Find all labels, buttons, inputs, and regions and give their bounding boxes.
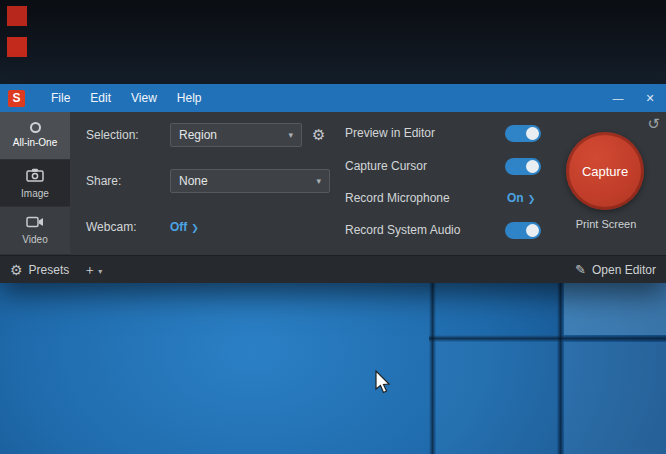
chevron-right-icon: ❯ [191,223,199,233]
capture-hotkey-label: Print Screen [556,218,656,230]
open-editor-button[interactable]: Open Editor [592,263,656,277]
share-dropdown[interactable]: None ▾ [170,169,330,193]
record-microphone-label: Record Microphone [345,191,450,205]
caret-down-icon: ▾ [316,176,321,186]
add-preset-button[interactable]: ＋▾ [83,261,102,279]
minimize-button[interactable]: — [602,84,634,112]
tab-image[interactable]: Image [0,160,70,208]
caret-down-icon: ▾ [288,130,293,140]
wallpaper [0,283,666,454]
all-in-one-icon [30,122,41,133]
caret-down-icon: ▾ [98,267,102,276]
camera-icon [26,168,44,184]
selection-label: Selection: [86,128,139,142]
mode-sidebar: All-in-One Image Video [0,112,70,255]
tab-label: Image [21,188,49,199]
footer-bar: ⚙ Presets ＋▾ ✎ Open Editor [0,255,666,283]
video-icon [26,216,44,230]
selection-value: Region [179,128,217,142]
wallpaper-pane [564,283,666,335]
mouse-cursor [374,370,392,400]
desktop: S File Edit View Help — ✕ All-in-One [0,0,666,454]
reset-undo-icon[interactable]: ↺ [647,115,660,133]
selection-settings-gear-icon[interactable]: ⚙ [312,126,325,144]
webcam-label: Webcam: [86,220,136,234]
menu-view[interactable]: View [121,84,167,112]
open-editor-pencil-icon: ✎ [575,262,586,277]
menu-edit[interactable]: Edit [80,84,121,112]
tab-label: All-in-One [13,137,57,148]
record-system-audio-toggle[interactable] [505,222,541,239]
chevron-right-icon: ❯ [528,194,536,204]
menu-bar: File Edit View Help [41,84,212,112]
wallpaper-divider [429,335,666,342]
presets-gear-icon[interactable]: ⚙ [10,262,23,278]
tab-all-in-one[interactable]: All-in-One [0,112,70,160]
share-value: None [179,174,208,188]
share-label: Share: [86,174,121,188]
record-system-audio-label: Record System Audio [345,223,460,237]
webcam-value: Off [170,220,187,234]
preview-in-editor-toggle[interactable] [505,125,541,142]
webcam-toggle-link[interactable]: Off❯ [170,220,199,234]
capture-panel: All-in-One Image Video Selection [0,112,666,255]
wallpaper-divider [429,283,436,454]
tab-label: Video [22,234,47,245]
snagit-logo-icon: S [8,90,25,107]
menu-help[interactable]: Help [167,84,212,112]
capture-settings: Selection: Region ▾ ⚙ Share: None ▾ Webc… [70,112,666,255]
red-window-fragment [7,6,27,26]
menu-file[interactable]: File [41,84,80,112]
selection-dropdown[interactable]: Region ▾ [170,123,302,147]
wallpaper-divider [557,283,564,454]
wallpaper-pane [564,342,666,454]
record-microphone-link[interactable]: On❯ [507,191,535,205]
plus-icon: ＋ [83,262,96,277]
capture-cursor-label: Capture Cursor [345,159,427,173]
titlebar: S File Edit View Help — ✕ [0,84,666,112]
snagit-capture-window: S File Edit View Help — ✕ All-in-One [0,84,666,283]
tab-video[interactable]: Video [0,207,70,255]
capture-button[interactable]: Capture [566,132,644,210]
wallpaper-pane [436,342,557,454]
wallpaper-top [0,0,666,84]
red-window-fragment [7,37,27,57]
record-microphone-value: On [507,191,524,205]
preview-in-editor-label: Preview in Editor [345,126,435,140]
presets-label[interactable]: Presets [29,263,70,277]
close-button[interactable]: ✕ [634,84,666,112]
capture-cursor-toggle[interactable] [505,158,541,175]
